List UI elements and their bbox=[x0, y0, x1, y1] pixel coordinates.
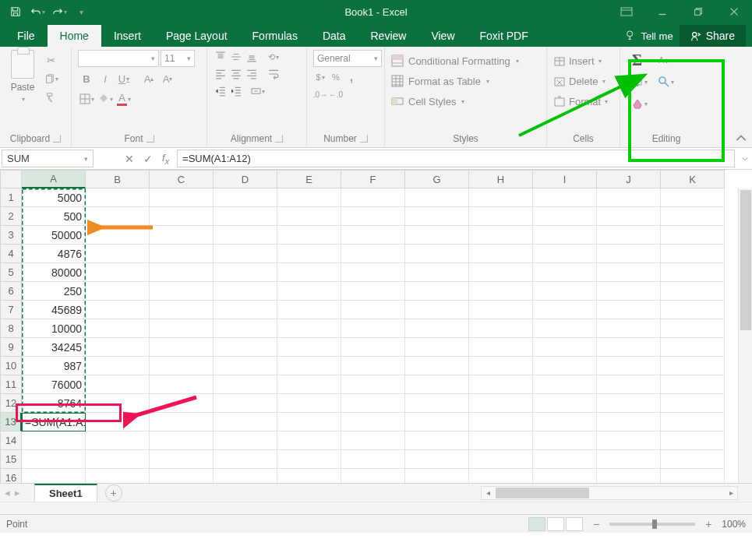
cell-B14[interactable] bbox=[86, 431, 150, 450]
cell-E9[interactable] bbox=[277, 338, 341, 357]
align-right-icon[interactable] bbox=[245, 67, 259, 81]
cell-D1[interactable] bbox=[214, 188, 277, 207]
cell-B8[interactable] bbox=[86, 319, 150, 338]
cell-F14[interactable] bbox=[341, 431, 405, 450]
cell-E10[interactable] bbox=[277, 357, 341, 375]
zoom-out-icon[interactable]: − bbox=[591, 518, 602, 530]
cell-B7[interactable] bbox=[86, 301, 150, 319]
cell-H8[interactable] bbox=[469, 319, 533, 338]
cell-B1[interactable] bbox=[86, 188, 150, 207]
cell-I15[interactable] bbox=[533, 450, 597, 469]
vertical-scrollbar[interactable] bbox=[738, 188, 752, 483]
col-header-C[interactable]: C bbox=[150, 170, 214, 188]
cell-A12[interactable]: 8764 bbox=[22, 394, 86, 413]
cell-D12[interactable] bbox=[214, 394, 277, 413]
wrap-text-icon[interactable] bbox=[267, 67, 281, 81]
cell-I5[interactable] bbox=[533, 263, 597, 282]
align-middle-icon[interactable] bbox=[229, 50, 243, 64]
select-all-corner[interactable] bbox=[0, 170, 22, 188]
cell-A3[interactable]: 50000 bbox=[22, 226, 86, 245]
cell-A16[interactable] bbox=[22, 469, 86, 483]
clear-icon[interactable]: ▾ bbox=[627, 93, 651, 114]
cell-E15[interactable] bbox=[277, 450, 341, 469]
cell-F2[interactable] bbox=[341, 207, 405, 226]
fill-icon[interactable]: ▾ bbox=[627, 72, 651, 92]
horizontal-scroll-thumb[interactable] bbox=[496, 488, 589, 498]
cell-D11[interactable] bbox=[214, 375, 277, 394]
cell-J13[interactable] bbox=[597, 413, 661, 431]
cell-B15[interactable] bbox=[86, 450, 150, 469]
cell-E4[interactable] bbox=[277, 245, 341, 263]
normal-view-icon[interactable] bbox=[528, 517, 545, 531]
cell-K3[interactable] bbox=[661, 226, 725, 245]
cell-E2[interactable] bbox=[277, 207, 341, 226]
cell-B9[interactable] bbox=[86, 338, 150, 357]
increase-indent-icon[interactable] bbox=[229, 84, 243, 98]
autosum-button[interactable]: Σ▾ bbox=[627, 50, 651, 70]
cell-K15[interactable] bbox=[661, 450, 725, 469]
cell-J12[interactable] bbox=[597, 394, 661, 413]
cell-G4[interactable] bbox=[405, 245, 469, 263]
tab-data[interactable]: Data bbox=[310, 25, 358, 47]
cell-H10[interactable] bbox=[469, 357, 533, 375]
cell-F3[interactable] bbox=[341, 226, 405, 245]
cell-B6[interactable] bbox=[86, 282, 150, 301]
tab-formulas[interactable]: Formulas bbox=[240, 25, 310, 47]
cell-I10[interactable] bbox=[533, 357, 597, 375]
format-as-table-button[interactable]: Format as Table▾ bbox=[391, 72, 540, 90]
cell-C14[interactable] bbox=[150, 431, 214, 450]
cell-K7[interactable] bbox=[661, 301, 725, 319]
col-header-F[interactable]: F bbox=[341, 170, 405, 188]
cell-C12[interactable] bbox=[150, 394, 214, 413]
increase-decimal-icon[interactable]: .0→ bbox=[313, 87, 327, 101]
formula-input[interactable]: =SUM(A1:A12) bbox=[177, 150, 735, 167]
cell-F7[interactable] bbox=[341, 301, 405, 319]
cell-H7[interactable] bbox=[469, 301, 533, 319]
cell-J15[interactable] bbox=[597, 450, 661, 469]
cell-B2[interactable] bbox=[86, 207, 150, 226]
font-launcher-icon[interactable] bbox=[147, 135, 154, 143]
decrease-font-icon[interactable]: A▾ bbox=[159, 70, 176, 87]
number-launcher-icon[interactable] bbox=[360, 135, 368, 143]
cell-F11[interactable] bbox=[341, 375, 405, 394]
cell-D3[interactable] bbox=[214, 226, 277, 245]
cell-A15[interactable] bbox=[22, 450, 86, 469]
cell-K12[interactable] bbox=[661, 394, 725, 413]
cell-A6[interactable]: 250 bbox=[22, 282, 86, 301]
row-header-12[interactable]: 12 bbox=[0, 394, 22, 413]
cell-H16[interactable] bbox=[469, 469, 533, 483]
hscroll-right-icon[interactable]: ▸ bbox=[725, 488, 737, 497]
cell-D13[interactable] bbox=[214, 413, 277, 431]
cell-H3[interactable] bbox=[469, 226, 533, 245]
cell-J1[interactable] bbox=[597, 188, 661, 207]
tab-page-layout[interactable]: Page Layout bbox=[154, 25, 240, 47]
cell-E1[interactable] bbox=[277, 188, 341, 207]
cell-I9[interactable] bbox=[533, 338, 597, 357]
fill-color-icon[interactable]: ▾ bbox=[97, 90, 114, 107]
tab-file[interactable]: File bbox=[5, 25, 48, 47]
cell-D5[interactable] bbox=[214, 263, 277, 282]
row-header-11[interactable]: 11 bbox=[0, 375, 22, 394]
cell-D10[interactable] bbox=[214, 357, 277, 375]
cell-K9[interactable] bbox=[661, 338, 725, 357]
cell-D14[interactable] bbox=[214, 431, 277, 450]
cell-B10[interactable] bbox=[86, 357, 150, 375]
align-top-icon[interactable] bbox=[214, 50, 228, 64]
sheet-nav-next-icon[interactable]: ▸ bbox=[15, 487, 20, 498]
cell-G1[interactable] bbox=[405, 188, 469, 207]
cell-A14[interactable] bbox=[22, 431, 86, 450]
name-box[interactable]: SUM ▾ bbox=[2, 150, 94, 167]
cell-E3[interactable] bbox=[277, 226, 341, 245]
cell-C6[interactable] bbox=[150, 282, 214, 301]
copy-icon[interactable]: ▾ bbox=[42, 70, 59, 87]
font-name-combo[interactable]: ▾ bbox=[78, 50, 159, 67]
minimize-icon[interactable] bbox=[644, 0, 680, 23]
cell-I14[interactable] bbox=[533, 431, 597, 450]
cell-C1[interactable] bbox=[150, 188, 214, 207]
redo-icon[interactable]: ▾ bbox=[50, 2, 69, 21]
cell-K13[interactable] bbox=[661, 413, 725, 431]
cell-E14[interactable] bbox=[277, 431, 341, 450]
align-center-icon[interactable] bbox=[229, 67, 243, 81]
restore-icon[interactable] bbox=[680, 0, 716, 23]
cell-A2[interactable]: 500 bbox=[22, 207, 86, 226]
